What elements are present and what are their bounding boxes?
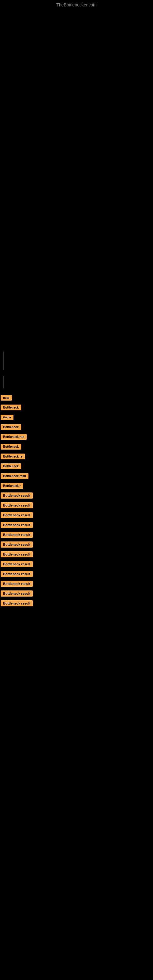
result-badge-14: Bottleneck result: [1, 522, 33, 528]
result-item-3: Bottle: [0, 414, 153, 420]
separator-1: [3, 352, 4, 370]
result-badge-9: Bottleneck resu: [1, 473, 29, 479]
results-container: BottlBottleneckBottleBottleneckBottlenec…: [0, 395, 153, 606]
result-item-15: Bottleneck result: [0, 531, 153, 538]
result-badge-6: Bottleneck: [1, 444, 21, 450]
result-item-22: Bottleneck result: [0, 600, 153, 606]
result-item-5: Bottleneck res: [0, 434, 153, 440]
result-item-17: Bottleneck result: [0, 551, 153, 557]
result-item-14: Bottleneck result: [0, 522, 153, 528]
result-item-18: Bottleneck result: [0, 561, 153, 567]
result-badge-10: Bottleneck r: [1, 483, 23, 489]
result-badge-22: Bottleneck result: [1, 600, 33, 606]
result-badge-8: Bottleneck: [1, 463, 21, 469]
result-item-1: Bottl: [0, 395, 153, 401]
result-item-11: Bottleneck result: [0, 492, 153, 499]
result-item-6: Bottleneck: [0, 444, 153, 450]
site-title: TheBottlenecker.com: [0, 0, 153, 9]
result-item-20: Bottleneck result: [0, 581, 153, 587]
result-item-21: Bottleneck result: [0, 590, 153, 597]
result-badge-12: Bottleneck result: [1, 502, 33, 508]
result-badge-1: Bottl: [1, 395, 12, 401]
result-item-13: Bottleneck result: [0, 512, 153, 518]
result-badge-18: Bottleneck result: [1, 561, 33, 567]
result-badge-5: Bottleneck res: [1, 434, 27, 440]
result-item-19: Bottleneck result: [0, 571, 153, 577]
result-badge-20: Bottleneck result: [1, 581, 33, 587]
result-badge-15: Bottleneck result: [1, 531, 33, 538]
result-badge-19: Bottleneck result: [1, 571, 33, 577]
chart-area: [0, 9, 153, 180]
result-badge-21: Bottleneck result: [1, 590, 33, 597]
result-item-4: Bottleneck: [0, 424, 153, 430]
result-badge-13: Bottleneck result: [1, 512, 33, 518]
result-badge-11: Bottleneck result: [1, 492, 33, 499]
result-item-8: Bottleneck: [0, 463, 153, 469]
result-badge-16: Bottleneck result: [1, 541, 33, 547]
result-item-10: Bottleneck r: [0, 483, 153, 489]
result-badge-2: Bottleneck: [1, 404, 21, 410]
result-badge-3: Bottle: [1, 415, 13, 420]
result-item-2: Bottleneck: [0, 404, 153, 410]
separator-2: [3, 376, 4, 388]
result-badge-17: Bottleneck result: [1, 551, 33, 557]
result-item-7: Bottleneck re: [0, 453, 153, 460]
result-item-12: Bottleneck result: [0, 502, 153, 508]
result-item-16: Bottleneck result: [0, 541, 153, 547]
result-badge-4: Bottleneck: [1, 424, 21, 430]
result-badge-7: Bottleneck re: [1, 453, 25, 460]
result-item-9: Bottleneck resu: [0, 473, 153, 479]
